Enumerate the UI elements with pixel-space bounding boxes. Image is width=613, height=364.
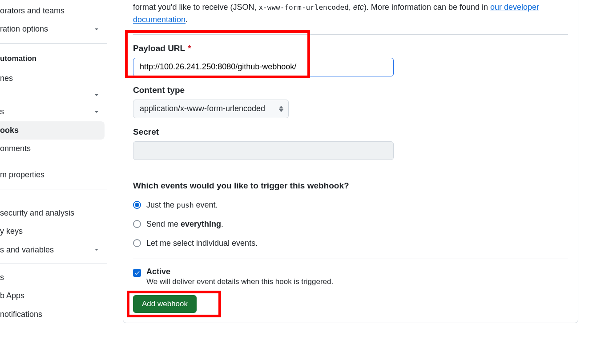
sidebar-item-custom-properties[interactable]: m properties [0,166,107,184]
sidebar-item-unknown-1[interactable] [0,88,107,103]
sidebar-item-integrations[interactable]: s [0,268,107,287]
chevron-down-icon [93,108,100,116]
chevron-down-icon [93,246,100,253]
radio-individual[interactable]: Let me select individual events. [133,239,568,248]
sidebar-item-unknown-2[interactable] [0,158,107,166]
radio-icon [133,201,141,209]
sidebar-item-moderation[interactable]: ration options [0,20,107,38]
secret-field: Secret [133,127,568,160]
sidebar-divider [0,189,107,189]
select-caret-icon [279,106,283,112]
radio-icon [133,220,141,228]
webhook-form-card: format you'd like to receive (JSON, x-ww… [123,0,578,323]
separator [133,259,568,259]
sidebar-item-actions[interactable]: s [0,103,107,121]
active-label: Active [146,267,333,276]
payload-url-input[interactable] [133,58,394,76]
content-type-field: Content type application/x-www-form-urle… [133,85,568,118]
sidebar-item-deploy-keys[interactable]: y keys [0,222,107,240]
sidebar-item-secrets[interactable]: s and variables [0,241,107,259]
separator [133,34,568,35]
active-checkbox-row[interactable]: Active We will deliver event details whe… [133,267,568,286]
secret-label: Secret [133,127,568,137]
content-type-label: Content type [133,85,568,95]
sidebar-item-collaborators[interactable]: orators and teams [0,2,107,20]
sidebar-item-github-apps[interactable]: b Apps [0,287,107,305]
sidebar-item-email-notifications[interactable]: notifications [0,305,107,324]
sidebar-divider [0,264,107,264]
sidebar-item-security[interactable]: security and analysis [0,194,107,222]
separator [133,170,568,170]
settings-sidebar: orators and teams ration options utomati… [0,0,108,364]
sidebar-divider [0,43,107,44]
radio-push-event[interactable]: Just the push event. [133,200,568,210]
sidebar-heading-automation: utomation [0,48,107,69]
add-webhook-button[interactable]: Add webhook [133,295,197,313]
checkbox-checked-icon [133,269,141,277]
payload-url-label: Payload URL* [133,44,568,53]
sidebar-item-environments[interactable]: onments [0,140,107,158]
content-type-select[interactable]: application/x-www-form-urlencoded [133,100,289,118]
sidebar-item-branches[interactable]: nes [0,69,107,88]
sidebar-item-webhooks[interactable]: ooks [0,121,105,140]
payload-url-field: Payload URL* [133,44,568,76]
radio-icon [133,239,141,247]
intro-text: format you'd like to receive (JSON, x-ww… [133,1,568,26]
chevron-down-icon [93,26,100,33]
events-question: Which events would you like to trigger t… [133,181,568,191]
secret-input[interactable] [133,141,394,160]
chevron-down-icon [93,92,100,99]
active-subtext: We will deliver event details when this … [146,277,333,286]
radio-everything[interactable]: Send me everything. [133,220,568,229]
